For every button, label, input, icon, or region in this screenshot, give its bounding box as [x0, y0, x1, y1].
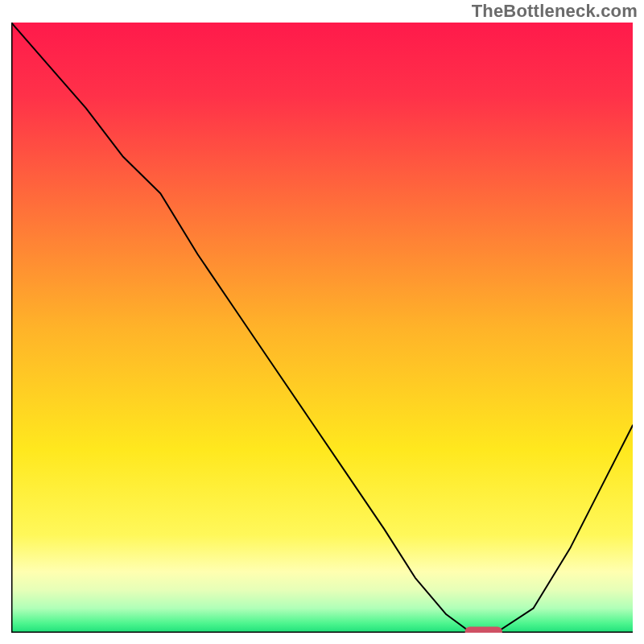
optimal-marker — [465, 627, 502, 634]
plot-svg — [11, 23, 633, 633]
chart-container: TheBottleneck.com — [0, 0, 644, 644]
bottleneck-plot — [11, 23, 633, 633]
watermark-text: TheBottleneck.com — [472, 1, 638, 22]
heat-background — [11, 23, 633, 633]
